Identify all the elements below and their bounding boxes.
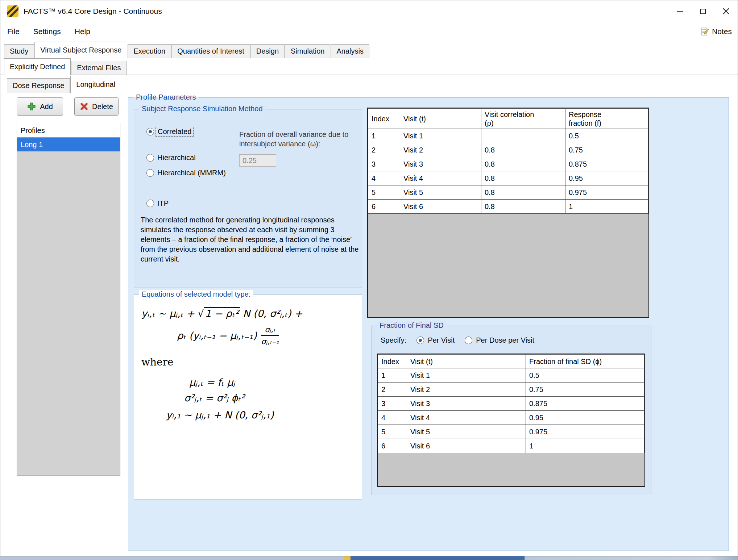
table-cell[interactable]: Visit 3: [407, 397, 526, 411]
table-cell[interactable]: 0.8: [481, 171, 565, 185]
plus-icon: [27, 102, 36, 111]
table-cell[interactable]: 2: [378, 383, 407, 397]
window-title: FACTS™ v6.4 Core Design - Continuous: [24, 7, 162, 16]
app-logo-icon: [7, 5, 18, 17]
table-row: 5Visit 50.975: [378, 425, 644, 439]
table-cell[interactable]: 0.75: [526, 383, 644, 397]
table-cell[interactable]: Visit 6: [407, 439, 526, 453]
table-cell[interactable]: 0.5: [526, 368, 644, 383]
radio-label-per-dose-per-visit[interactable]: Per Dose per Visit: [476, 336, 534, 344]
menu-item-file[interactable]: File: [0, 22, 26, 41]
table-cell[interactable]: 0.975: [526, 425, 644, 439]
table-cell[interactable]: Visit 2: [407, 383, 526, 397]
table-cell[interactable]: 4: [378, 411, 407, 425]
menu-item-settings[interactable]: Settings: [26, 22, 68, 41]
tab-simulation[interactable]: Simulation: [285, 44, 330, 58]
radio-label-itp: ITP: [157, 199, 169, 208]
table-cell[interactable]: Visit 3: [400, 157, 481, 171]
table-cell[interactable]: Visit 1: [407, 368, 526, 383]
radio-icon-itp: [146, 200, 154, 207]
tab-virtual-subject-response[interactable]: Virtual Subject Response: [34, 42, 127, 58]
notes-icon: [700, 27, 709, 36]
equation-line-1: yᵢ,ₜ ∼ μⱼ,ₜ + √1 − ρₜ² N (0, σ²ⱼ,ₜ) +: [141, 308, 362, 319]
variance-fraction-label: Fraction of overall variance due to inte…: [239, 130, 360, 149]
table-cell[interactable]: 6: [378, 439, 407, 453]
delete-button-label: Delete: [92, 103, 113, 111]
title-bar: FACTS™ v6.4 Core Design - Continuous: [0, 0, 738, 22]
equation-line-3: μⱼ,ₜ = fₜ μⱼ: [189, 377, 362, 388]
table-cell[interactable]: 0.5: [565, 129, 648, 143]
table-cell[interactable]: 0.875: [565, 157, 648, 171]
table-cell[interactable]: 1: [368, 129, 400, 143]
minimize-button[interactable]: [668, 0, 691, 22]
table-cell[interactable]: 3: [378, 397, 407, 411]
table-row: 4Visit 40.95: [378, 411, 644, 425]
table-cell[interactable]: 6: [368, 200, 400, 214]
column-header: Visit correlation (ρ): [481, 109, 565, 129]
table-cell[interactable]: 0.875: [526, 397, 644, 411]
table-cell[interactable]: Visit 5: [407, 425, 526, 439]
table-row: 3Visit 30.875: [378, 397, 644, 411]
radio-correlated[interactable]: Correlated: [146, 127, 194, 137]
table-cell[interactable]: 2: [368, 143, 400, 157]
table-cell[interactable]: 1: [565, 200, 648, 214]
taskbar-edge-strip: [0, 556, 738, 560]
table-cell[interactable]: Visit 2: [400, 143, 481, 157]
table-cell[interactable]: Visit 4: [400, 171, 481, 185]
table-cell[interactable]: 5: [378, 425, 407, 439]
table-cell[interactable]: 0.95: [526, 411, 644, 425]
table-cell[interactable]: 3: [368, 157, 400, 171]
table-cell[interactable]: 5: [368, 185, 400, 200]
radio-label-per-visit[interactable]: Per Visit: [428, 336, 455, 344]
table-row: 6Visit 61: [378, 439, 644, 453]
radio-icon-per-visit[interactable]: [416, 337, 424, 344]
column-header: Visit (t): [407, 355, 526, 368]
table-cell[interactable]: 0.8: [481, 185, 565, 200]
table-cell[interactable]: 0.975: [565, 185, 648, 200]
radio-icon-hierarchical: [146, 154, 154, 162]
table-cell[interactable]: 0.8: [481, 200, 565, 214]
header-row: IndexVisit (t)Fraction of final SD (ϕ): [378, 355, 644, 368]
tab-analysis[interactable]: Analysis: [331, 44, 369, 58]
tab-dose-response[interactable]: Dose Response: [7, 78, 70, 93]
menu-item-help[interactable]: Help: [68, 22, 97, 41]
radio-hierarchical-mmrm[interactable]: Hierarchical (MMRM): [146, 169, 226, 177]
tab-quantities-of-interest[interactable]: Quantities of Interest: [171, 44, 250, 58]
delete-profile-button[interactable]: Delete: [74, 97, 119, 116]
table-cell[interactable]: 1: [378, 368, 407, 383]
table-cell[interactable]: [481, 129, 565, 143]
tab-longitudinal[interactable]: Longitudinal: [70, 76, 121, 93]
table-row: 3Visit 30.80.875: [368, 157, 648, 171]
close-button[interactable]: [714, 0, 738, 22]
table-cell[interactable]: Visit 5: [400, 185, 481, 200]
profiles-list: Profiles Long 1: [17, 123, 120, 476]
table-cell[interactable]: Visit 1: [400, 129, 481, 143]
profile-list-item[interactable]: Long 1: [17, 138, 120, 151]
add-profile-button[interactable]: Add: [17, 97, 63, 116]
tab-design[interactable]: Design: [250, 44, 285, 58]
tab-execution[interactable]: Execution: [128, 44, 171, 58]
table-cell[interactable]: 0.75: [565, 143, 648, 157]
table-cell[interactable]: 4: [368, 171, 400, 185]
table-cell[interactable]: 0.95: [565, 171, 648, 185]
column-header: Response fraction (f): [565, 109, 648, 129]
table-cell[interactable]: 0.8: [481, 143, 565, 157]
table-row: 1Visit 10.5: [368, 129, 648, 143]
column-header: Fraction of final SD (ϕ): [526, 355, 644, 368]
table-cell[interactable]: Visit 6: [400, 200, 481, 214]
radio-itp[interactable]: ITP: [146, 199, 169, 208]
table-cell[interactable]: 1: [526, 439, 644, 453]
radio-icon-per-dose-per-visit[interactable]: [465, 337, 472, 344]
tab-explicitly-defined[interactable]: Explicitly Defined: [4, 58, 71, 75]
table-cell[interactable]: Visit 4: [407, 411, 526, 425]
tab-study[interactable]: Study: [4, 44, 34, 58]
equations-group: Equations of selected model type: yᵢ,ₜ ∼…: [134, 294, 362, 500]
table-row: 4Visit 40.80.95: [368, 171, 648, 185]
column-header: Visit (t): [400, 109, 481, 129]
notes-button[interactable]: Notes: [700, 27, 732, 36]
radio-hierarchical[interactable]: Hierarchical: [146, 154, 196, 162]
tab-external-files[interactable]: External Files: [71, 61, 127, 75]
variance-fraction-input[interactable]: [239, 154, 276, 167]
table-cell[interactable]: 0.8: [481, 157, 565, 171]
maximize-button[interactable]: [691, 0, 714, 22]
